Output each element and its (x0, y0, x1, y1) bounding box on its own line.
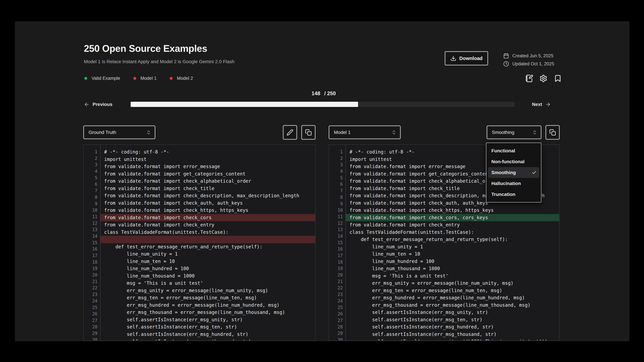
dropdown-item-label: Smoothing (492, 170, 516, 175)
chevrons-up-down-icon (146, 130, 151, 135)
next-button[interactable]: Next (532, 101, 551, 108)
progress-bar[interactable] (131, 102, 515, 107)
gear-icon[interactable] (539, 74, 548, 82)
page-title: 250 Open Source Examples (84, 43, 207, 54)
code-line: msg = 'This is a unit test' (346, 272, 559, 280)
code-line: from validate.format import check_alphab… (100, 177, 315, 185)
model-select[interactable]: Model 1 (329, 125, 401, 139)
code-line: self.assertIsInstance(err_msg_thousand, … (100, 338, 315, 341)
code-line: from validate.format import check_entry (100, 221, 315, 229)
code-line: self.assertIsInstance(err_msg_ten, str) (100, 323, 315, 331)
previous-button[interactable]: Previous (84, 101, 112, 108)
code-line: from validate.format import get_categori… (100, 170, 315, 178)
code-line: from validate.format import check_auth, … (100, 199, 315, 207)
legend-label: Model 1 (140, 76, 157, 81)
updated-date: Updated Oct 1, 2025 (503, 61, 554, 67)
dropdown-item-hallucination[interactable]: Hallucination (486, 178, 541, 189)
model-select-value: Model 1 (334, 130, 351, 135)
category-select[interactable]: Smoothing (487, 125, 541, 139)
code-line-removed (100, 236, 315, 243)
dropdown-item-label: Non-functional (492, 159, 524, 164)
download-button[interactable]: Download (445, 51, 488, 65)
code-line: line_num_unity = 1 (346, 243, 559, 251)
clock-icon (503, 61, 509, 67)
created-date: Created Jun 5, 2025 (503, 53, 554, 59)
code-line: self.assertIsInstance(err_msg_hundred, s… (100, 331, 315, 338)
code-content: # -*- coding: utf-8 -*-import unittestfr… (100, 148, 315, 341)
code-line: self.assertIsInstance(err_msg_unity, str… (100, 316, 315, 324)
code-line: err_msg_unity = error_message(line_num_u… (346, 280, 559, 287)
line-number-gutter: 1234567891011121314151617181920212223242… (329, 149, 346, 341)
notebook-pen-icon[interactable] (525, 74, 533, 82)
code-line: self.assertIsInstance(err_msg_unity, str… (346, 309, 559, 316)
ground-truth-select-value: Ground Truth (88, 130, 116, 135)
legend-label: Valid Example (92, 76, 120, 81)
legend-item-model2: Model 2 (170, 76, 193, 81)
code-line: class TestValidadeFormat(unittest.TestCa… (100, 229, 315, 236)
code-line-added: from validate.format import check_cors, … (346, 214, 559, 221)
category-select-value: Smoothing (492, 130, 514, 135)
code-line: def test_error_message_return_and_return… (346, 236, 559, 243)
arrow-right-icon (545, 102, 551, 107)
code-line: err_msg_unity = error_message(line_num_u… (100, 287, 315, 294)
progress-fill (131, 102, 358, 107)
page-subtitle: Model 1 is Relace Instant Apply and Mode… (84, 59, 234, 64)
legend-item-model1: Model 1 (133, 76, 157, 81)
code-line-removed: from validate.format import check_cors (100, 214, 315, 221)
edit-button[interactable] (283, 125, 297, 140)
code-line: def test_error_message_return_and_return… (100, 243, 315, 251)
previous-label: Previous (92, 102, 112, 107)
bookmark-icon[interactable] (554, 74, 562, 82)
chevrons-up-down-icon (532, 130, 537, 135)
code-line: from validate.format import check_entry (346, 221, 559, 229)
dropdown-item-label: Truncation (492, 192, 515, 197)
code-line: line_num_thousand = 1000 (346, 265, 559, 272)
code-line: import unittest (100, 156, 315, 163)
download-label: Download (459, 56, 483, 61)
ground-truth-code-panel[interactable]: 1234567891011121314151617181920212223242… (83, 144, 316, 341)
copy-icon (305, 129, 312, 136)
created-date-label: Created Jun 5, 2025 (512, 53, 554, 58)
code-line: line_num_thousand = 1000 (100, 272, 315, 280)
code-line: err_msg_hundred = error_message(line_num… (100, 302, 315, 309)
model1-dot (133, 77, 136, 80)
download-icon (450, 55, 456, 61)
code-line: # -*- coding: utf-8 -*- (100, 148, 315, 156)
line-number-gutter: 1234567891011121314151617181920212223242… (84, 149, 100, 341)
code-line: from validate.format import check_title (100, 185, 315, 192)
dropdown-item-smoothing[interactable]: Smoothing (488, 167, 539, 178)
code-line: class TestValidadeFormat(unittest.TestCa… (346, 229, 559, 236)
code-line: line_num_ten = 10 (346, 250, 559, 258)
code-line: self.assertIsInstance(err_msg_hundred, s… (346, 323, 559, 331)
pencil-icon (286, 129, 293, 136)
code-line: self.assertEqual(err_msg_unity, '(L002) … (346, 338, 559, 341)
code-line: err_msg_thousand = error_message(line_nu… (346, 302, 559, 309)
dropdown-item-truncation[interactable]: Truncation (486, 189, 541, 200)
code-line: msg = 'This is a unit test' (100, 280, 315, 287)
legend-label: Model 2 (177, 76, 193, 81)
legend-item-valid: Valid Example (84, 76, 120, 81)
code-line: err_msg_ten = error_message(line_num_ten… (346, 287, 559, 294)
model2-dot (170, 77, 172, 80)
code-line: err_msg_hundred = error_message(line_num… (346, 294, 559, 302)
updated-date-label: Updated Oct 1, 2025 (512, 61, 554, 66)
code-line: err_msg_ten = error_message(line_num_ten… (100, 294, 315, 302)
code-line: line_num_hundred = 100 (100, 265, 315, 272)
chevrons-up-down-icon (392, 130, 396, 135)
ground-truth-select[interactable]: Ground Truth (83, 125, 155, 139)
dropdown-item-label: Functional (492, 148, 515, 153)
code-line: self.assertIsInstance(err_msg_thousand, … (346, 331, 559, 338)
counter-total: / 250 (324, 90, 336, 96)
dropdown-item-functional[interactable]: Functional (486, 145, 541, 156)
code-line: from validate.format import error_messag… (100, 163, 315, 170)
copy-button-right[interactable] (546, 125, 560, 140)
code-line: line_num_ten = 10 (100, 258, 315, 265)
counter-current: 148 (312, 90, 320, 96)
code-line: from validate.format import check_https,… (100, 207, 315, 214)
dropdown-item-non-functional[interactable]: Non-functional (486, 156, 541, 167)
code-line: from validate.format import check_descri… (100, 192, 315, 199)
arrow-left-icon (84, 102, 90, 107)
copy-button-left[interactable] (301, 125, 316, 140)
calendar-icon (503, 53, 509, 59)
valid-example-dot (84, 77, 87, 80)
